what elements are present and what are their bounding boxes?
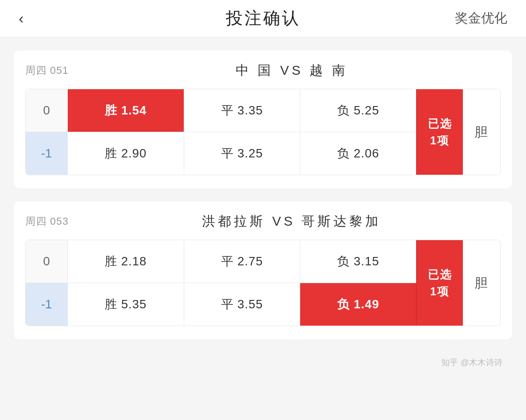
match-teams-0: 中 国 VS 越 南 (83, 62, 501, 79)
draw-odd-1-0[interactable]: 平 2.75 (184, 240, 301, 283)
handicap-0-0: 0 (26, 89, 68, 132)
odds-section-0: 0胜 1.54平 3.35负 5.25-1胜 2.90平 3.25负 2.06已… (25, 89, 501, 175)
lose-odd-0-0[interactable]: 负 5.25 (300, 89, 416, 132)
match-info-0: 周四 051中 国 VS 越 南 (25, 62, 501, 79)
watermark: 知乎 @木木诗诗 (14, 352, 512, 368)
right-label-0: 胆 (463, 89, 500, 175)
match-card-0: 周四 051中 国 VS 越 南0胜 1.54平 3.35负 5.25-1胜 2… (14, 50, 512, 188)
odds-row-1-1: -1胜 5.35平 3.55负 1.49 (26, 283, 416, 326)
main-content: 周四 051中 国 VS 越 南0胜 1.54平 3.35负 5.25-1胜 2… (0, 36, 526, 382)
odds-row-0-1: -1胜 2.90平 3.25负 2.06 (26, 132, 416, 175)
selected-badge-0: 已选 1项 (416, 89, 463, 175)
odds-row-1-0: 0胜 2.18平 2.75负 3.15 (26, 240, 416, 283)
page-title: 投注确认 (226, 7, 301, 30)
match-id-1: 周四 053 (25, 214, 69, 228)
win-odd-0-0[interactable]: 胜 1.54 (68, 89, 184, 132)
lose-odd-1-0[interactable]: 负 3.15 (300, 240, 416, 283)
match-id-0: 周四 051 (25, 64, 69, 78)
draw-odd-0-0[interactable]: 平 3.35 (184, 89, 301, 132)
lose-odd-1-1[interactable]: 负 1.49 (300, 283, 416, 326)
win-odd-1-0[interactable]: 胜 2.18 (68, 240, 184, 283)
handicap-0-1: -1 (26, 132, 68, 175)
odds-row-0-0: 0胜 1.54平 3.35负 5.25 (26, 89, 416, 132)
header: ‹ 投注确认 奖金优化 (0, 0, 526, 36)
draw-odd-1-1[interactable]: 平 3.55 (184, 283, 301, 326)
win-odd-0-1[interactable]: 胜 2.90 (68, 132, 184, 175)
draw-odd-0-1[interactable]: 平 3.25 (184, 132, 301, 175)
lose-odd-0-1[interactable]: 负 2.06 (300, 132, 416, 175)
handicap-1-0: 0 (26, 240, 68, 283)
match-card-1: 周四 053洪都拉斯 VS 哥斯达黎加0胜 2.18平 2.75负 3.15-1… (14, 201, 512, 339)
win-odd-1-1[interactable]: 胜 5.35 (68, 283, 184, 326)
right-label-1: 胆 (463, 240, 500, 326)
bonus-optimize-button[interactable]: 奖金优化 (455, 9, 507, 27)
odds-section-1: 0胜 2.18平 2.75负 3.15-1胜 5.35平 3.55负 1.49已… (25, 240, 501, 326)
match-teams-1: 洪都拉斯 VS 哥斯达黎加 (83, 213, 501, 230)
handicap-1-1: -1 (26, 283, 68, 326)
match-info-1: 周四 053洪都拉斯 VS 哥斯达黎加 (25, 213, 501, 230)
back-button[interactable]: ‹ (19, 11, 24, 26)
selected-badge-1: 已选 1项 (416, 240, 463, 326)
